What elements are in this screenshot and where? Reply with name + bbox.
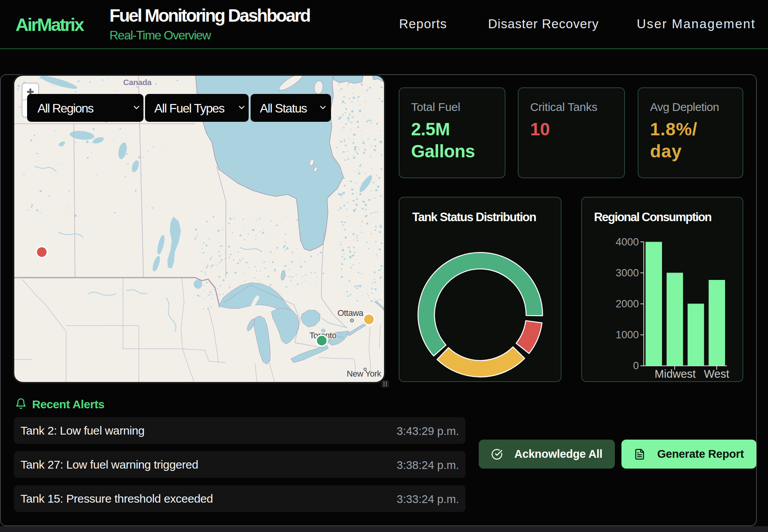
svg-text:Ottawa: Ottawa xyxy=(338,308,364,318)
svg-text:West: West xyxy=(704,368,729,380)
svg-text:4000: 4000 xyxy=(616,236,639,248)
svg-text:Midwest: Midwest xyxy=(655,368,696,380)
svg-text:0: 0 xyxy=(633,360,639,372)
svg-text:2000: 2000 xyxy=(616,298,639,310)
svg-text:Canada: Canada xyxy=(123,78,152,87)
svg-text:1000: 1000 xyxy=(616,329,639,341)
svg-text:3000: 3000 xyxy=(616,267,639,279)
